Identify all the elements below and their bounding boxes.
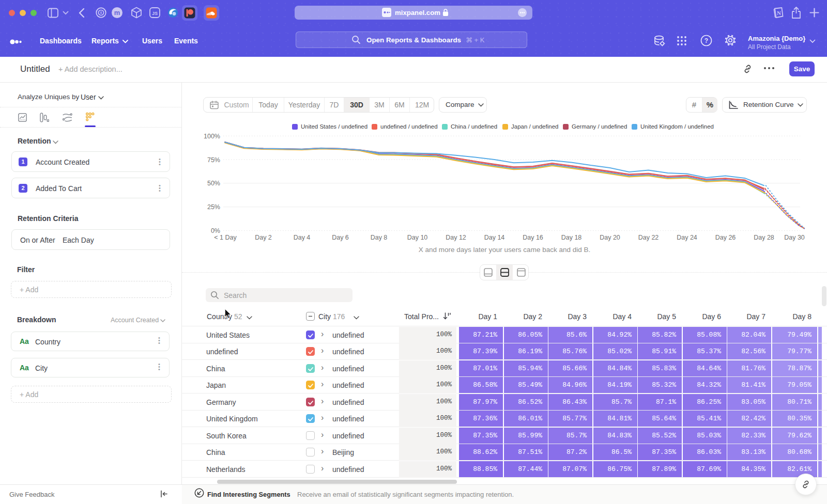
svg-text:Day 20: Day 20 — [600, 234, 620, 241]
svg-text:Day 2: Day 2 — [255, 234, 272, 241]
svg-text:Day 6: Day 6 — [332, 234, 349, 241]
svg-text:Day 30: Day 30 — [784, 234, 805, 241]
svg-text:?: ? — [705, 37, 708, 44]
svg-text:Day 10: Day 10 — [407, 234, 428, 241]
svg-text:Day 24: Day 24 — [677, 234, 697, 241]
svg-text:< 1 Day: < 1 Day — [214, 234, 237, 241]
svg-text:75%: 75% — [207, 156, 220, 164]
svg-text:Day 8: Day 8 — [371, 234, 388, 241]
svg-text:JS: JS — [152, 11, 158, 16]
svg-text:Day 28: Day 28 — [754, 234, 774, 241]
svg-text:Day 26: Day 26 — [715, 234, 736, 241]
svg-text:Day 18: Day 18 — [561, 234, 582, 241]
svg-text:Day 16: Day 16 — [523, 234, 543, 241]
svg-text:Day 22: Day 22 — [638, 234, 659, 241]
svg-text:50%: 50% — [207, 180, 220, 187]
svg-text:N: N — [777, 10, 781, 16]
svg-text:Day 14: Day 14 — [484, 234, 505, 241]
svg-text:0%: 0% — [211, 227, 220, 234]
svg-text:100%: 100% — [204, 133, 220, 140]
svg-text:Day 12: Day 12 — [446, 234, 466, 241]
svg-text:Day 4: Day 4 — [294, 234, 311, 241]
svg-text:25%: 25% — [207, 203, 220, 211]
